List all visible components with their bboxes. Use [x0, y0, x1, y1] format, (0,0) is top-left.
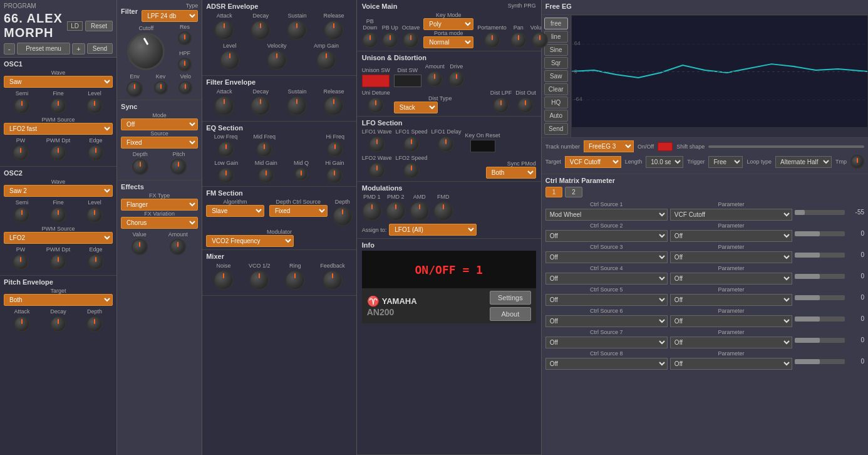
ctrl-slider-6[interactable]	[795, 316, 845, 322]
sync-mode-select[interactable]: Off	[121, 118, 198, 130]
preset-menu-button[interactable]: Preset menu	[17, 43, 71, 55]
key-mode-select[interactable]: Poly	[423, 18, 473, 30]
osc1-pw-knob[interactable]	[13, 145, 29, 161]
ctrl-slider-7[interactable]	[795, 338, 845, 343]
fm-depth-ctrl-select[interactable]: Fixed	[269, 205, 328, 217]
lfo2-wave-knob[interactable]	[369, 162, 385, 179]
free-eg-btn-hq[interactable]: HQ	[544, 97, 568, 108]
pmd2-knob[interactable]	[386, 201, 406, 221]
filter-res-knob[interactable]	[178, 31, 192, 45]
mixer-ring-knob[interactable]	[285, 270, 305, 290]
fx-value-knob[interactable]	[132, 239, 148, 255]
osc2-edge-knob[interactable]	[88, 254, 104, 270]
ctrl-param-select-6[interactable]: Off	[670, 315, 792, 327]
ctrl-slider-3[interactable]	[795, 253, 845, 258]
target-select[interactable]: VCF Cutoff	[565, 156, 621, 168]
fenv-decay-knob[interactable]	[251, 96, 271, 116]
pmd1-knob[interactable]	[362, 201, 382, 221]
filter-hpf-knob[interactable]	[178, 58, 192, 71]
ctrl-slider-2[interactable]	[795, 231, 845, 236]
lfo1-speed-knob[interactable]	[403, 136, 420, 152]
pb-up-knob[interactable]	[382, 32, 398, 48]
osc1-fine-knob[interactable]	[50, 98, 66, 114]
mixer-feedback-knob[interactable]	[323, 270, 343, 290]
octave-knob[interactable]	[403, 32, 419, 48]
osc1-level-knob[interactable]	[86, 98, 103, 114]
adsr-release-knob[interactable]	[324, 20, 344, 40]
free-eg-btn-free[interactable]: free	[544, 18, 568, 29]
pitch-attack-knob[interactable]	[14, 316, 30, 332]
filter-env-knob[interactable]	[127, 81, 143, 97]
filter-cutoff-knob[interactable]	[127, 33, 165, 70]
ctrl-slider-5[interactable]	[795, 295, 845, 300]
osc1-pwm-source-select[interactable]: LFO2 fast	[4, 123, 113, 135]
ctrl-param-select-4[interactable]: Off	[670, 273, 792, 285]
ctrl-param-select-3[interactable]: Off	[670, 251, 792, 263]
sync-depth-knob[interactable]	[132, 159, 148, 175]
free-eg-btn-sine[interactable]: Sine	[544, 44, 568, 56]
free-eg-btn-sqr[interactable]: Sqr	[544, 57, 568, 69]
ctrl-param-select-7[interactable]: Off	[670, 337, 792, 348]
adsr-amp-gain-knob[interactable]	[316, 50, 336, 70]
adsr-velocity-knob[interactable]	[267, 50, 287, 70]
eq-low-freq-knob[interactable]	[218, 141, 234, 157]
pitch-target-select[interactable]: Both	[4, 294, 113, 306]
fx-variation-select[interactable]: Chorus	[121, 217, 198, 229]
trigger-select[interactable]: Free	[708, 156, 743, 168]
ctrl-src-select-6[interactable]: Off	[545, 315, 668, 327]
about-button[interactable]: About	[490, 307, 531, 321]
portamento-knob[interactable]	[484, 32, 500, 48]
dist-type-select[interactable]: Stack	[394, 102, 438, 113]
osc1-pwm-dpt-knob[interactable]	[50, 145, 66, 161]
ctrl-src-select-5[interactable]: Off	[545, 294, 668, 306]
filter-kev-knob[interactable]	[154, 81, 168, 95]
fx-amount-knob[interactable]	[170, 239, 186, 255]
onoff-led[interactable]	[658, 142, 673, 151]
osc2-wave-select[interactable]: Saw 2	[4, 185, 113, 197]
pan-knob[interactable]	[510, 32, 527, 48]
ctrl-slider-1[interactable]	[795, 210, 845, 215]
mixer-noise-knob[interactable]	[214, 270, 234, 290]
key-on-reset-toggle[interactable]	[470, 140, 495, 152]
sync-pitch-knob[interactable]	[170, 159, 187, 175]
fenv-sustain-knob[interactable]	[287, 96, 307, 116]
mixer-vco12-knob[interactable]	[249, 270, 269, 290]
volume-knob[interactable]	[532, 32, 548, 48]
osc1-edge-knob[interactable]	[88, 145, 104, 161]
filter-type-select[interactable]: LPF 24 db	[142, 10, 198, 22]
matrix-tab-1[interactable]: 1	[545, 187, 563, 197]
shift-shape-slider[interactable]	[708, 145, 864, 148]
fenv-attack-knob[interactable]	[214, 96, 234, 116]
eq-hi-gain-knob[interactable]	[326, 167, 343, 184]
ctrl-src-select-1[interactable]: Mod Wheel	[545, 209, 668, 221]
sync-source-select[interactable]: Fixed	[121, 137, 198, 149]
ctrl-src-select-2[interactable]: Off	[545, 230, 668, 242]
settings-button[interactable]: Settings	[490, 291, 531, 305]
reset-button[interactable]: Reset	[85, 21, 113, 31]
ctrl-src-select-4[interactable]: Off	[545, 273, 668, 285]
dist-lpf-knob[interactable]	[493, 97, 509, 113]
ctrl-slider-8[interactable]	[795, 359, 845, 364]
lfo2-speed-knob[interactable]	[403, 162, 420, 179]
eq-mid-q-knob[interactable]	[294, 167, 308, 181]
osc2-pwm-dpt-knob[interactable]	[50, 254, 66, 270]
eq-mid-gain-knob[interactable]	[258, 167, 274, 184]
send-button[interactable]: Send	[87, 43, 113, 54]
adsr-sustain-knob[interactable]	[287, 20, 307, 40]
tmp-knob[interactable]	[850, 155, 864, 169]
lfo1-delay-knob[interactable]	[438, 136, 454, 152]
osc2-pwm-source-select[interactable]: LFO2	[4, 232, 113, 244]
adsr-attack-knob[interactable]	[214, 20, 234, 40]
matrix-tab-2[interactable]: 2	[565, 187, 582, 197]
ctrl-param-select-8[interactable]: Off	[670, 358, 792, 370]
assign-to-select[interactable]: LFO1 (All)	[389, 224, 477, 236]
lfo1-wave-knob[interactable]	[369, 136, 385, 152]
porta-mode-select[interactable]: Normal	[423, 36, 473, 48]
eq-mid-freq-knob[interactable]	[256, 141, 272, 157]
osc2-fine-knob[interactable]	[50, 207, 66, 223]
ctrl-src-select-3[interactable]: Off	[545, 251, 668, 263]
ctrl-src-select-7[interactable]: Off	[545, 337, 668, 348]
drive-knob[interactable]	[448, 71, 465, 87]
fm-depth-knob[interactable]	[333, 206, 353, 226]
free-eg-btn-auto[interactable]: Auto	[544, 110, 568, 122]
